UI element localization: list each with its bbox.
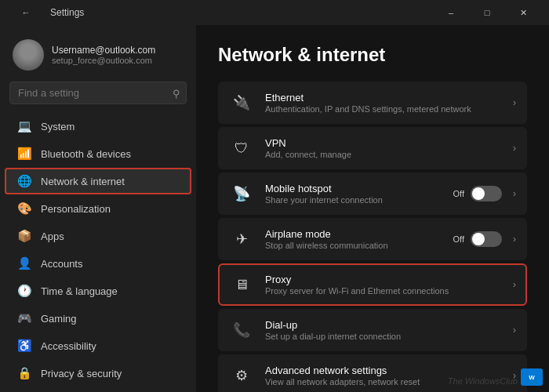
back-button[interactable]: ←: [8, 0, 44, 25]
chevron-icon-airplane-mode: ›: [513, 234, 516, 245]
user-name: Username@outlook.com: [52, 45, 155, 56]
chevron-icon-proxy: ›: [513, 279, 516, 290]
item-icon-vpn: 🛡: [229, 136, 254, 161]
content-area: Network & internet 🔌 Ethernet Authentica…: [196, 25, 549, 392]
item-subtitle-proxy: Proxy server for Wi-Fi and Ethernet conn…: [265, 286, 508, 296]
sidebar-item-bluetooth[interactable]: 📶 Bluetooth & devices: [5, 140, 191, 167]
item-title-airplane-mode: Airplane mode: [265, 228, 453, 240]
sidebar-item-network[interactable]: 🌐 Network & internet: [5, 168, 191, 194]
search-icon: ⚲: [173, 87, 180, 99]
item-right-vpn: ›: [508, 143, 516, 154]
item-right-mobile-hotspot: Off ›: [453, 186, 516, 201]
sidebar-user[interactable]: Username@outlook.com setup_force@outlook…: [0, 31, 196, 82]
nav-label-apps: Apps: [41, 230, 64, 242]
toggle-label-mobile-hotspot: Off: [453, 189, 464, 198]
item-text-dialup: Dial-up Set up a dial-up internet connec…: [265, 319, 508, 341]
nav-label-accounts: Accounts: [41, 258, 82, 270]
item-right-airplane-mode: Off ›: [453, 231, 516, 247]
sidebar-item-time[interactable]: 🕐 Time & language: [5, 278, 191, 304]
item-title-vpn: VPN: [265, 137, 508, 149]
sidebar-item-gaming[interactable]: 🎮 Gaming: [5, 305, 191, 332]
item-right-proxy: ›: [508, 279, 516, 290]
search-box: ⚲: [9, 82, 187, 104]
sidebar-item-apps[interactable]: 📦 Apps: [5, 223, 191, 249]
settings-item-dialup[interactable]: 📞 Dial-up Set up a dial-up internet conn…: [218, 309, 527, 351]
chevron-icon-ethernet: ›: [513, 97, 516, 108]
sidebar-item-personalization[interactable]: 🎨 Personalization: [5, 195, 191, 222]
settings-list: 🔌 Ethernet Authentication, IP and DNS se…: [218, 82, 527, 392]
settings-item-ethernet[interactable]: 🔌 Ethernet Authentication, IP and DNS se…: [218, 82, 527, 124]
item-icon-ethernet: 🔌: [229, 90, 254, 115]
settings-item-proxy[interactable]: 🖥 Proxy Proxy server for Wi-Fi and Ether…: [218, 263, 527, 306]
chevron-icon-vpn: ›: [513, 143, 516, 154]
nav-icon-accounts: 👤: [17, 256, 31, 270]
settings-item-airplane-mode[interactable]: ✈ Airplane mode Stop all wireless commun…: [218, 218, 527, 260]
toggle-thumb-mobile-hotspot: [472, 187, 485, 200]
titlebar-controls: – □ ✕: [433, 0, 541, 25]
item-icon-proxy: 🖥: [229, 272, 254, 297]
nav-label-time: Time & language: [41, 285, 118, 297]
nav-label-privacy: Privacy & security: [41, 368, 122, 379]
item-title-mobile-hotspot: Mobile hotspot: [265, 183, 453, 194]
titlebar: ← Settings – □ ✕: [0, 0, 549, 25]
item-subtitle-dialup: Set up a dial-up internet connection: [265, 332, 508, 341]
item-right-ethernet: ›: [508, 97, 516, 108]
sidebar-item-accounts[interactable]: 👤 Accounts: [5, 250, 191, 277]
nav-icon-apps: 📦: [17, 229, 31, 243]
nav-label-personalization: Personalization: [41, 203, 111, 215]
sidebar-item-privacy[interactable]: 🔒 Privacy & security: [5, 360, 191, 387]
item-title-ethernet: Ethernet: [265, 92, 508, 103]
nav-label-accessibility: Accessibility: [41, 340, 96, 352]
settings-item-vpn[interactable]: 🛡 VPN Add, connect, manage ›: [218, 127, 527, 169]
main-container: Username@outlook.com setup_force@outlook…: [0, 25, 549, 392]
item-text-proxy: Proxy Proxy server for Wi-Fi and Etherne…: [265, 274, 508, 296]
nav-label-gaming: Gaming: [41, 313, 77, 325]
nav-icon-accessibility: ♿: [17, 339, 31, 353]
sidebar-item-accessibility[interactable]: ♿ Accessibility: [5, 332, 191, 359]
item-text-mobile-hotspot: Mobile hotspot Share your internet conne…: [265, 183, 453, 205]
item-text-vpn: VPN Add, connect, manage: [265, 137, 508, 159]
item-subtitle-airplane-mode: Stop all wireless communication: [265, 241, 453, 250]
titlebar-title: Settings: [50, 7, 84, 18]
toggle-airplane-mode[interactable]: [471, 231, 502, 247]
nav-label-system: System: [41, 121, 75, 132]
nav-icon-privacy: 🔒: [17, 366, 31, 380]
nav-icon-system: 💻: [17, 119, 31, 133]
item-title-dialup: Dial-up: [265, 319, 508, 331]
chevron-icon-dialup: ›: [513, 325, 516, 336]
item-right-dialup: ›: [508, 325, 516, 336]
nav-label-bluetooth: Bluetooth & devices: [41, 148, 131, 160]
avatar: [13, 39, 44, 71]
search-input[interactable]: [9, 82, 187, 104]
watermark-text: The WindowsClub: [448, 376, 518, 386]
close-button[interactable]: ✕: [505, 0, 541, 25]
item-icon-mobile-hotspot: 📡: [229, 181, 254, 206]
toggle-thumb-airplane-mode: [472, 233, 485, 245]
item-icon-advanced-network: ⚙: [229, 363, 254, 388]
settings-item-mobile-hotspot[interactable]: 📡 Mobile hotspot Share your internet con…: [218, 172, 527, 215]
minimize-button[interactable]: –: [433, 0, 469, 25]
nav-icon-bluetooth: 📶: [17, 147, 31, 161]
nav-list: 💻 System 📶 Bluetooth & devices 🌐 Network…: [0, 112, 196, 392]
item-icon-dialup: 📞: [229, 318, 254, 343]
item-subtitle-vpn: Add, connect, manage: [265, 150, 508, 159]
nav-icon-gaming: 🎮: [17, 311, 31, 325]
nav-icon-personalization: 🎨: [17, 201, 31, 216]
nav-label-network: Network & internet: [41, 176, 125, 187]
item-title-proxy: Proxy: [265, 274, 508, 285]
item-subtitle-ethernet: Authentication, IP and DNS settings, met…: [265, 104, 508, 114]
sidebar-item-update[interactable]: 🔄 Windows Update: [5, 387, 191, 392]
sidebar-item-system[interactable]: 💻 System: [5, 113, 191, 140]
item-icon-airplane-mode: ✈: [229, 227, 254, 252]
page-title: Network & internet: [218, 44, 527, 66]
toggle-mobile-hotspot[interactable]: [471, 186, 502, 201]
titlebar-left: ← Settings: [8, 0, 84, 25]
nav-icon-time: 🕐: [17, 284, 31, 298]
item-text-ethernet: Ethernet Authentication, IP and DNS sett…: [265, 92, 508, 114]
user-email: setup_force@outlook.com: [52, 56, 155, 65]
watermark-logo: W: [521, 368, 543, 386]
toggle-label-airplane-mode: Off: [453, 234, 464, 244]
maximize-button[interactable]: □: [469, 0, 505, 25]
chevron-icon-mobile-hotspot: ›: [513, 188, 516, 199]
item-subtitle-mobile-hotspot: Share your internet connection: [265, 195, 453, 205]
